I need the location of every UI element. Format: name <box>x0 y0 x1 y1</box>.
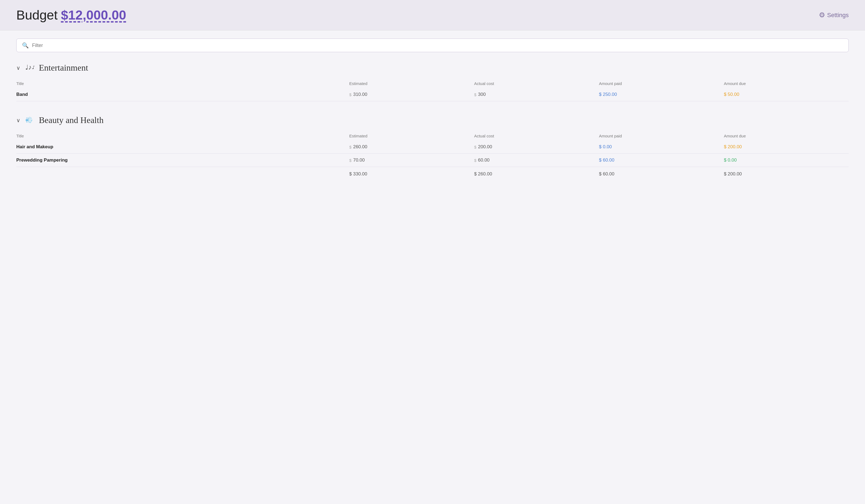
entertainment-section-header[interactable]: ∨ ♩♪♫ Entertainment <box>16 62 849 73</box>
beauty-health-section-header[interactable]: ∨ 💨 Beauty and Health <box>16 114 849 126</box>
dollar-icon: $ <box>474 145 476 149</box>
row-amount-due: $ 200.00 <box>724 140 849 154</box>
entertainment-title: Entertainment <box>39 63 88 73</box>
row-amount-due: $ 50.00 <box>724 88 849 101</box>
table-row: Hair and Makeup $ 260.00 $ 200.00 <box>16 140 849 154</box>
entertainment-section: ∨ ♩♪♫ Entertainment Title Estimated Actu… <box>16 62 849 101</box>
row-amount-due: $ 0.00 <box>724 154 849 167</box>
row-estimated: $ 260.00 <box>349 140 474 154</box>
beauty-health-section: ∨ 💨 Beauty and Health Title Estimated Ac… <box>16 114 849 180</box>
main-content: 🔍 ∨ ♩♪♫ Entertainment Title Estimated Ac… <box>0 31 865 202</box>
col-estimated-beauty: Estimated <box>349 131 474 140</box>
beauty-health-table: Title Estimated Actual cost Amount paid … <box>16 131 849 180</box>
page-header: Budget $12,000.00 ⚙ Settings <box>0 0 865 31</box>
totals-paid: $ 60.00 <box>599 167 724 181</box>
actual-cost-value: 200.00 <box>478 144 492 150</box>
dollar-icon: $ <box>349 158 351 163</box>
totals-row: $ 330.00 $ 260.00 $ 60.00 $ 200.00 <box>16 167 849 181</box>
table-row: Prewedding Pampering $ 70.00 $ 60.00 <box>16 154 849 167</box>
estimated-value: 260.00 <box>353 144 367 150</box>
actual-cost-value: 60.00 <box>478 157 490 163</box>
budget-amount[interactable]: $12,000.00 <box>61 8 126 23</box>
dollar-icon: $ <box>349 145 351 149</box>
col-due-entertainment: Amount due <box>724 79 849 88</box>
col-actual-beauty: Actual cost <box>474 131 599 140</box>
beauty-health-table-header: Title Estimated Actual cost Amount paid … <box>16 131 849 140</box>
col-due-beauty: Amount due <box>724 131 849 140</box>
filter-input[interactable] <box>32 43 843 48</box>
actual-cost-value: 300 <box>478 92 486 97</box>
entertainment-icon: ♩♪♫ <box>25 62 35 73</box>
dollar-icon: $ <box>474 158 476 163</box>
col-title-entertainment: Title <box>16 79 349 88</box>
dollar-icon: $ <box>474 92 476 97</box>
row-amount-paid: $ 0.00 <box>599 140 724 154</box>
row-amount-paid: $ 250.00 <box>599 88 724 101</box>
totals-actual: $ 260.00 <box>474 167 599 181</box>
filter-bar: 🔍 <box>16 38 849 52</box>
col-paid-entertainment: Amount paid <box>599 79 724 88</box>
svg-text:💨: 💨 <box>25 116 33 124</box>
budget-title: Budget $12,000.00 <box>16 8 126 23</box>
col-actual-entertainment: Actual cost <box>474 79 599 88</box>
beauty-health-title: Beauty and Health <box>39 115 104 125</box>
row-actual-cost: $ 60.00 <box>474 154 599 167</box>
entertainment-table-header: Title Estimated Actual cost Amount paid … <box>16 79 849 88</box>
row-estimated: $ 70.00 <box>349 154 474 167</box>
col-title-beauty: Title <box>16 131 349 140</box>
amount-due-value: $ 50.00 <box>724 92 739 97</box>
totals-label <box>16 167 349 181</box>
amount-due-value: $ 200.00 <box>724 144 742 149</box>
dollar-icon: $ <box>349 92 351 97</box>
row-amount-paid: $ 60.00 <box>599 154 724 167</box>
row-title: Band <box>16 88 349 101</box>
estimated-value: 70.00 <box>353 157 365 163</box>
budget-label: Budget <box>16 8 58 23</box>
svg-text:♩♪♫: ♩♪♫ <box>25 63 35 71</box>
table-row: Band $ 310.00 $ 300 $ 250 <box>16 88 849 101</box>
gear-icon: ⚙ <box>819 11 825 19</box>
amount-paid-value: $ 60.00 <box>599 157 614 163</box>
row-actual-cost: $ 300 <box>474 88 599 101</box>
search-icon: 🔍 <box>22 42 29 49</box>
settings-label: Settings <box>827 12 849 19</box>
entertainment-table: Title Estimated Actual cost Amount paid … <box>16 79 849 101</box>
amount-paid-value: $ 250.00 <box>599 92 617 97</box>
settings-button[interactable]: ⚙ Settings <box>819 11 849 19</box>
amount-due-value: $ 0.00 <box>724 157 737 163</box>
chevron-down-icon: ∨ <box>16 117 20 124</box>
estimated-value: 310.00 <box>353 92 367 97</box>
beauty-icon: 💨 <box>25 114 35 126</box>
chevron-down-icon: ∨ <box>16 65 20 71</box>
row-actual-cost: $ 200.00 <box>474 140 599 154</box>
col-paid-beauty: Amount paid <box>599 131 724 140</box>
col-estimated-entertainment: Estimated <box>349 79 474 88</box>
row-title: Hair and Makeup <box>16 140 349 154</box>
totals-estimated: $ 330.00 <box>349 167 474 181</box>
row-estimated: $ 310.00 <box>349 88 474 101</box>
totals-due: $ 200.00 <box>724 167 849 181</box>
amount-paid-value: $ 0.00 <box>599 144 612 149</box>
row-title: Prewedding Pampering <box>16 154 349 167</box>
